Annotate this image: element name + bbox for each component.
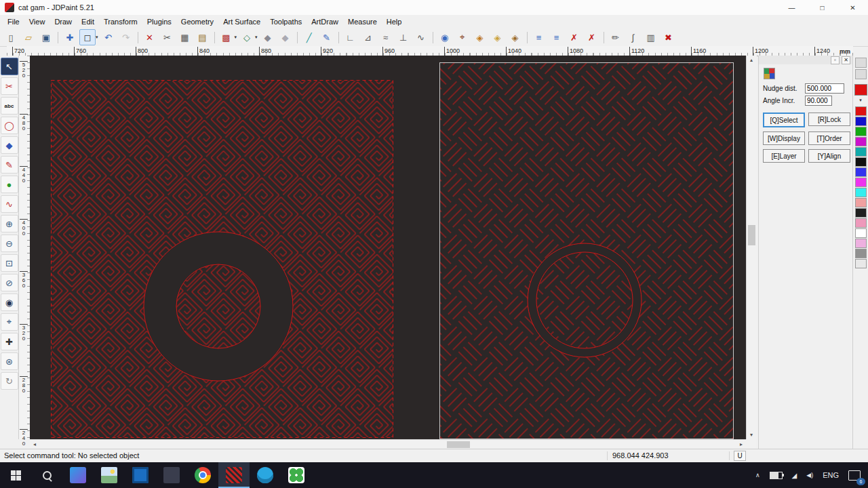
sheet-icon[interactable]: ▥ xyxy=(643,29,659,45)
zoom-in-tool-icon[interactable]: ⊕ xyxy=(1,215,18,232)
dock-float-button[interactable]: ▫ xyxy=(831,56,840,64)
battery-icon[interactable] xyxy=(765,462,787,488)
surface-b-icon[interactable]: ◈ xyxy=(490,29,506,45)
color-swatch-6[interactable] xyxy=(855,157,867,167)
scroll-down-icon[interactable]: ▾ xyxy=(747,430,756,439)
tray-chevron-icon[interactable]: ∧ xyxy=(751,462,765,488)
text-tool-icon[interactable]: abc xyxy=(1,97,18,115)
menu-file[interactable]: File xyxy=(3,15,24,28)
current-color-swatch[interactable] xyxy=(854,84,867,96)
color-swatch-4[interactable] xyxy=(855,137,867,146)
close-button[interactable]: ✕ xyxy=(837,0,868,15)
contour-fill-icon[interactable]: ◇ xyxy=(239,29,255,45)
undo-icon[interactable]: ↶ xyxy=(100,29,117,45)
taskbar-app-monitor[interactable] xyxy=(125,462,156,488)
vertical-scroll-thumb[interactable] xyxy=(748,225,755,245)
taskbar-app-files[interactable] xyxy=(156,462,187,488)
taskbar-app-clover[interactable] xyxy=(281,462,312,488)
offset-icon[interactable]: ≈ xyxy=(378,29,394,45)
menu-art-surface[interactable]: Art Surface xyxy=(218,15,265,28)
scroll-right-icon[interactable]: ▸ xyxy=(736,440,746,449)
taskbar-app-jdpaint[interactable] xyxy=(218,462,250,488)
dock-button-q-select[interactable]: [Q]Select xyxy=(763,113,805,127)
menu-view[interactable]: View xyxy=(24,15,50,28)
tool-path-icon[interactable]: ∫ xyxy=(625,29,642,45)
menu-help[interactable]: Help xyxy=(382,15,407,28)
menu-geometry[interactable]: Geometry xyxy=(176,15,218,28)
clip-view-tool-icon[interactable]: ⊘ xyxy=(1,274,18,291)
color-swatch-7[interactable] xyxy=(855,167,867,177)
menu-transform[interactable]: Transform xyxy=(99,15,142,28)
horizontal-scrollbar[interactable]: ◂ ▸ xyxy=(30,439,746,449)
smooth-icon[interactable]: ∿ xyxy=(413,29,429,45)
color-swatch-14[interactable] xyxy=(855,239,867,248)
menu-toolpaths[interactable]: Toolpaths xyxy=(265,15,307,28)
engrave-pen-icon[interactable]: ✏ xyxy=(608,29,624,45)
language-indicator[interactable]: ENG xyxy=(818,462,844,488)
delete-icon[interactable]: ✕ xyxy=(142,29,158,45)
redo-icon[interactable]: ↷ xyxy=(118,29,134,45)
select-rect-dropdown-icon[interactable]: ▾ xyxy=(96,35,98,40)
paste-icon[interactable]: ▤ xyxy=(195,29,211,45)
color-swatch-13[interactable] xyxy=(855,228,867,238)
contour-fill-dropdown-icon[interactable]: ▾ xyxy=(255,35,258,40)
zoom-out-tool-icon[interactable]: ⊖ xyxy=(1,235,18,252)
start-button[interactable] xyxy=(0,462,31,488)
node-edit-icon[interactable]: ✎ xyxy=(319,29,335,45)
dock-button-t-order[interactable]: [T]Order xyxy=(808,131,850,145)
brush-tool-icon[interactable]: ✎ xyxy=(1,156,18,174)
surface-c-icon[interactable]: ◈ xyxy=(507,29,524,45)
color-swatch-10[interactable] xyxy=(855,198,867,207)
carve-icon[interactable]: ⌖ xyxy=(454,29,471,45)
hatch-fill-dropdown-icon[interactable]: ▾ xyxy=(235,35,237,40)
refresh-tool-icon[interactable]: ↻ xyxy=(1,372,18,390)
dock-tab-icon[interactable] xyxy=(764,68,775,79)
view-eye-icon[interactable]: ◉ xyxy=(437,29,453,45)
maximize-button[interactable]: □ xyxy=(807,0,837,15)
save-file-icon[interactable]: ▣ xyxy=(38,29,54,45)
pick-tool-icon[interactable]: ↖ xyxy=(1,58,18,75)
dock-button-r-lock[interactable]: [R]Lock xyxy=(808,113,850,126)
spline-tool-icon[interactable]: ∿ xyxy=(1,195,18,213)
menu-plugins[interactable]: Plugins xyxy=(142,15,176,28)
zoom-window-tool-icon[interactable]: ⊡ xyxy=(1,254,18,272)
pan-tool-icon[interactable]: ✚ xyxy=(1,333,18,350)
color-swatch-1[interactable] xyxy=(855,106,867,116)
color-swatch-8[interactable] xyxy=(855,178,867,187)
notification-button[interactable]: 6 xyxy=(844,462,865,488)
corner-icon[interactable]: ∟ xyxy=(342,29,359,45)
locate-tool-icon[interactable]: ⌖ xyxy=(1,313,18,331)
move-icon[interactable]: ✚ xyxy=(62,29,78,45)
snap-clear-a-icon[interactable]: ✗ xyxy=(566,29,583,45)
outline-tool-icon[interactable]: ◯ xyxy=(1,117,18,134)
hatch-fill-icon[interactable]: ▩ xyxy=(218,29,235,45)
horizontal-scroll-thumb[interactable] xyxy=(447,441,470,448)
taskbar-search-button[interactable] xyxy=(31,462,62,488)
dock-close-button[interactable]: ✕ xyxy=(842,56,850,64)
abort-icon[interactable]: ✖ xyxy=(660,29,677,45)
dock-button-w-display[interactable]: [W]Display xyxy=(763,131,805,145)
left-pattern-object[interactable] xyxy=(51,80,393,438)
magnify-tool-icon[interactable]: ⊛ xyxy=(1,352,18,370)
dock-button-e-layer[interactable]: [E]Layer xyxy=(763,149,805,163)
color-swatch-9[interactable] xyxy=(855,188,867,197)
menu-measure[interactable]: Measure xyxy=(343,15,382,28)
select-rect-icon[interactable]: ◻ xyxy=(79,29,96,45)
right-pattern-object[interactable] xyxy=(439,62,734,439)
color-swatch-3[interactable] xyxy=(855,127,867,136)
diamond-tool-icon[interactable]: ◆ xyxy=(1,136,18,154)
snap-clear-b-icon[interactable]: ✗ xyxy=(584,29,600,45)
nudge-distance-input[interactable] xyxy=(805,83,844,94)
taskbar-app-photos[interactable] xyxy=(62,462,94,488)
taskbar-app-pictures[interactable] xyxy=(94,462,125,488)
preview-tool-icon[interactable]: ◉ xyxy=(1,293,18,311)
taskbar-app-chrome[interactable] xyxy=(187,462,218,488)
minimize-button[interactable]: — xyxy=(776,0,807,15)
color-swatch-16[interactable] xyxy=(855,259,867,268)
scroll-left-icon[interactable]: ◂ xyxy=(30,440,39,449)
color-swatch-2[interactable] xyxy=(855,117,867,126)
angle-increment-input[interactable] xyxy=(805,96,832,106)
menu-artdraw[interactable]: ArtDraw xyxy=(307,15,343,28)
drawing-canvas[interactable] xyxy=(30,56,746,439)
align-v-icon[interactable]: ≡ xyxy=(549,29,565,45)
